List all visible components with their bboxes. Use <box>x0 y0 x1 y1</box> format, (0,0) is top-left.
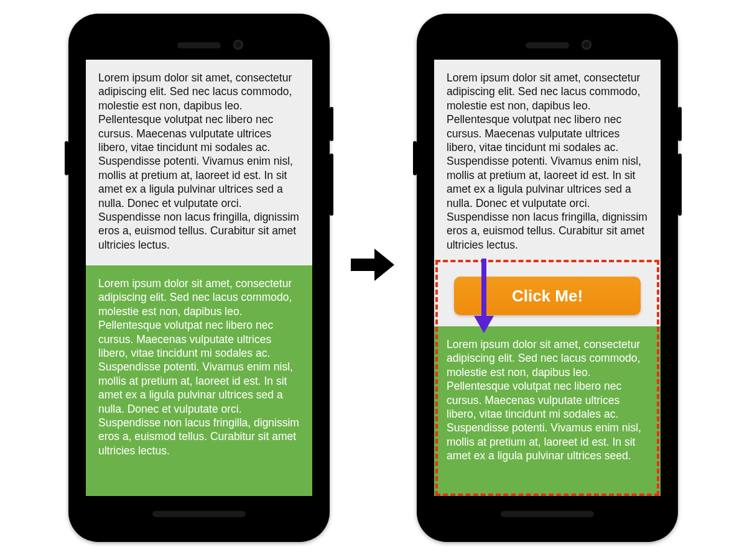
paragraph-bottom-green: Lorem ipsum dolor sit amet, consectetur … <box>86 265 312 496</box>
front-camera <box>233 40 243 50</box>
phone-after: Lorem ipsum dolor sit amet, consectetur … <box>417 14 678 542</box>
phone-side-button <box>678 154 682 216</box>
phone-side-button <box>330 107 333 141</box>
earpiece <box>526 42 569 48</box>
paragraph-top: Lorem ipsum dolor sit amet, consectetur … <box>86 60 312 265</box>
bottom-speaker <box>152 511 246 517</box>
phone-before: Lorem ipsum dolor sit amet, consectetur … <box>68 14 330 542</box>
paragraph-bottom-green: Lorem ipsum dolor sit amet, consectetur … <box>434 326 661 496</box>
phone-side-button <box>330 154 333 216</box>
inserted-ad-row: Click Me! <box>434 265 661 326</box>
transition-arrow-icon <box>351 249 394 281</box>
phone-screen-before: Lorem ipsum dolor sit amet, consectetur … <box>86 60 312 496</box>
phone-screen-after: Lorem ipsum dolor sit amet, consectetur … <box>434 60 661 496</box>
phone-bezel: Lorem ipsum dolor sit amet, consectetur … <box>77 22 321 533</box>
phone-side-button <box>413 141 417 175</box>
paragraph-top: Lorem ipsum dolor sit amet, consectetur … <box>434 60 661 265</box>
bottom-speaker <box>501 511 594 517</box>
phone-side-button <box>678 107 682 141</box>
diagram-canvas: Lorem ipsum dolor sit amet, consectetur … <box>0 0 747 560</box>
phone-side-button <box>65 141 68 175</box>
earpiece <box>177 42 221 48</box>
front-camera <box>582 40 592 50</box>
phone-bezel: Lorem ipsum dolor sit amet, consectetur … <box>425 22 669 533</box>
click-me-button[interactable]: Click Me! <box>454 277 641 315</box>
click-me-button-label: Click Me! <box>512 287 583 306</box>
